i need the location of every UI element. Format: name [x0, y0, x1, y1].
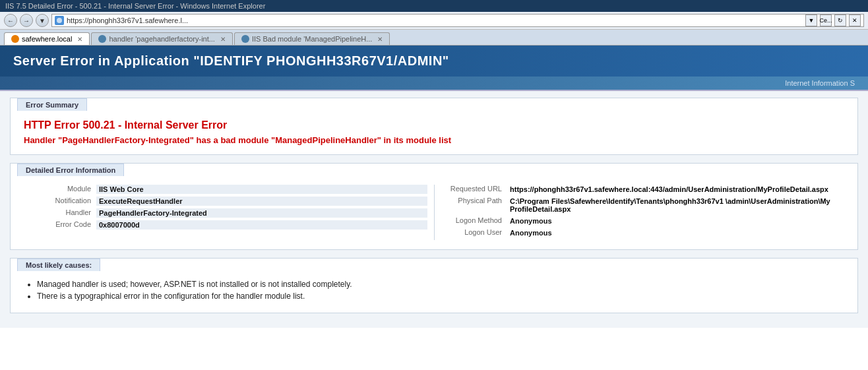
svg-point-0: [57, 18, 62, 23]
tab-active-close[interactable]: ✕: [77, 36, 82, 43]
most-likely-tab: Most likely causes:: [17, 259, 100, 271]
detail-value-logonmethod: Anonymous: [507, 216, 838, 226]
iis-header-title: Server Error in Application "IDENTIFY PH…: [13, 53, 855, 69]
detail-value-notification: ExecuteRequestHandler: [96, 197, 427, 206]
iis-header: Server Error in Application "IDENTIFY PH…: [0, 46, 868, 77]
tab-badmodule[interactable]: IIS Bad module 'ManagedPipelineH... ✕: [234, 32, 390, 45]
detail-label-errorcode: Error Code: [30, 220, 96, 228]
detail-row-notification: Notification ExecuteRequestHandler: [30, 197, 427, 206]
nav-bar: ← → ▼ https://phonghh33r67v1.safewhere.l…: [0, 12, 868, 30]
detail-value-module: IIS Web Core: [96, 185, 427, 194]
detail-value-logonuser: Anonymous: [507, 228, 838, 237]
addr-dropdown-btn[interactable]: ▼: [805, 15, 817, 26]
detail-row-module: Module IIS Web Core: [30, 185, 427, 194]
tabs-bar: safewhere.local ✕ handler 'pagehandlerfa…: [0, 30, 868, 46]
detail-label-notification: Notification: [30, 197, 96, 204]
addr-stop-btn[interactable]: ✕: [849, 15, 861, 26]
detail-label-url: Requested URL: [441, 185, 507, 193]
error-summary-content: HTTP Error 500.21 - Internal Server Erro…: [11, 110, 857, 154]
tab-handler-close[interactable]: ✕: [220, 36, 226, 43]
error-title: HTTP Error 500.21 - Internal Server Erro…: [24, 119, 844, 131]
detailed-error-tab: Detailed Error Information: [17, 164, 124, 176]
detail-row-logonmethod: Logon Method Anonymous: [441, 216, 838, 226]
detail-row-logonuser: Logon User Anonymous: [441, 228, 838, 237]
iis-content: Error Summary HTTP Error 500.21 - Intern…: [0, 91, 868, 328]
back-button[interactable]: ←: [4, 14, 17, 27]
address-bar[interactable]: https://phonghh33r67v1.safewhere.l... ▼ …: [51, 14, 864, 27]
detail-label-logonuser: Logon User: [441, 228, 507, 236]
detail-value-handler: PageHandlerFactory-Integrated: [96, 208, 427, 218]
tab-badmodule-label: IIS Bad module 'ManagedPipelineH...: [252, 35, 373, 43]
detail-label-logonmethod: Logon Method: [441, 216, 507, 224]
title-bar: IIS 7.5 Detailed Error - 500.21 - Intern…: [0, 0, 868, 12]
addr-refresh-btn[interactable]: ↻: [834, 15, 846, 26]
tab-badmodule-icon: [241, 35, 249, 43]
detailed-error-box: Detailed Error Information Module IIS We…: [10, 163, 858, 250]
detail-label-module: Module: [30, 185, 96, 193]
detailed-error-content: Module IIS Web Core Notification Execute…: [11, 175, 857, 249]
most-likely-content: Managed handler is used; however, ASP.NE…: [11, 270, 857, 313]
detail-label-path: Physical Path: [441, 197, 507, 204]
dropdown-button[interactable]: ▼: [36, 14, 49, 27]
error-summary-tab: Error Summary: [17, 98, 87, 111]
title-bar-text: IIS 7.5 Detailed Error - 500.21 - Intern…: [5, 2, 265, 10]
cause-item-1: Managed handler is used; however, ASP.NE…: [37, 280, 844, 289]
error-summary-box: Error Summary HTTP Error 500.21 - Intern…: [10, 98, 858, 155]
detail-value-url: https://phonghh33r67v1.safewhere.local:4…: [507, 185, 838, 194]
detail-label-handler: Handler: [30, 208, 96, 216]
detail-right-col: Requested URL https://phonghh33r67v1.saf…: [434, 185, 844, 240]
detail-value-errorcode: 0x8007000d: [96, 220, 427, 230]
detail-row-url: Requested URL https://phonghh33r67v1.saf…: [441, 185, 838, 194]
iis-subheader: Internet Information S: [0, 77, 868, 91]
forward-button[interactable]: →: [20, 14, 33, 27]
detail-grid: Module IIS Web Core Notification Execute…: [24, 185, 844, 240]
error-subtitle: Handler "PageHandlerFactory-Integrated" …: [24, 135, 844, 145]
detail-row-path: Physical Path C:\Program Files\Safewhere…: [441, 197, 838, 214]
cause-item-2: There is a typographical error in the co…: [37, 292, 844, 301]
detail-value-path: C:\Program Files\Safewhere\Identify\Tena…: [507, 197, 838, 214]
detail-left-col: Module IIS Web Core Notification Execute…: [24, 185, 434, 240]
tab-handler-icon: [98, 35, 106, 43]
address-icon: [55, 16, 64, 25]
tab-badmodule-close[interactable]: ✕: [377, 36, 383, 43]
iis-page: Server Error in Application "IDENTIFY PH…: [0, 46, 868, 328]
tab-handler-label: handler 'pagehandlerfactory-int...: [109, 35, 214, 43]
iis-subheader-text: Internet Information S: [785, 79, 855, 87]
tab-active[interactable]: safewhere.local ✕: [4, 32, 90, 45]
tab-active-label: safewhere.local: [22, 35, 72, 43]
tab-handler[interactable]: handler 'pagehandlerfactory-int... ✕: [91, 32, 232, 45]
tab-active-icon: [11, 35, 19, 43]
detail-row-handler: Handler PageHandlerFactory-Integrated: [30, 208, 427, 218]
most-likely-box: Most likely causes: Managed handler is u…: [10, 258, 858, 313]
detail-row-errorcode: Error Code 0x8007000d: [30, 220, 427, 230]
causes-list: Managed handler is used; however, ASP.NE…: [24, 280, 844, 301]
address-text: https://phonghh33r67v1.safewhere.l...: [67, 16, 803, 24]
addr-ce-btn[interactable]: Ce...: [820, 15, 832, 26]
